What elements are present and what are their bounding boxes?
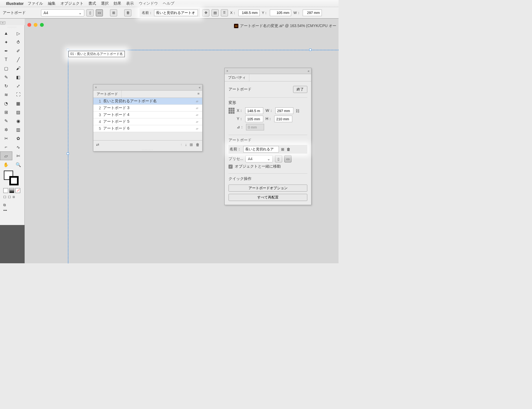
prop-h-input[interactable] xyxy=(274,116,292,122)
artboard-handle[interactable] xyxy=(309,49,311,51)
link-icon[interactable]: ⛓ xyxy=(296,109,300,113)
draw-normal-icon[interactable]: ◻ xyxy=(3,195,6,199)
app-name[interactable]: Illustrator xyxy=(6,1,24,6)
scale-tool[interactable]: ⤢ xyxy=(12,81,25,90)
artboard-row[interactable]: 4 アートボード 5 ▱ xyxy=(93,118,202,125)
anchor-tool[interactable]: ⌐ xyxy=(0,143,12,151)
move-up-icon[interactable]: ↑ xyxy=(180,142,182,147)
menu-window[interactable]: ウィンドウ xyxy=(139,1,158,6)
delete-icon[interactable]: 🗑 xyxy=(196,142,199,147)
delete-artboard-icon[interactable]: 🗑 xyxy=(287,147,290,151)
prop-y-input[interactable] xyxy=(245,116,263,122)
rotate-tool[interactable]: ↻ xyxy=(0,81,12,90)
magic-wand-tool[interactable]: ✦ xyxy=(0,38,12,46)
new-artboard-button[interactable]: ⊞ xyxy=(110,9,117,16)
gradient-tool[interactable]: ▨ xyxy=(12,108,25,116)
eraser-tool[interactable]: ◧ xyxy=(12,73,25,81)
artboard-handle[interactable] xyxy=(67,153,69,155)
menu-file[interactable]: ファイル xyxy=(28,1,43,6)
panel-header[interactable]: × « xyxy=(93,84,202,90)
menu-view[interactable]: 表示 xyxy=(126,1,134,6)
pen-tool[interactable]: ✒ xyxy=(0,46,12,55)
artboard-name-input[interactable] xyxy=(154,10,198,16)
window-close-button[interactable] xyxy=(27,23,31,27)
artboard-row[interactable]: 3 アートボード 4 ▱ xyxy=(93,112,202,118)
artboard-options-button[interactable]: アートボードオプション xyxy=(229,185,307,192)
width-tool[interactable]: ≋ xyxy=(0,90,12,99)
orientation-portrait-button[interactable]: ▯ xyxy=(275,155,282,162)
curve-tool[interactable]: ∿ xyxy=(12,143,25,151)
brush-tool[interactable]: 🖌 xyxy=(12,64,25,73)
done-button[interactable]: 終了 xyxy=(293,86,307,93)
knife-tool[interactable]: ✄ xyxy=(12,151,25,160)
close-icon[interactable]: × xyxy=(226,69,228,73)
artboard-label[interactable]: 01 - 長いと見切れるアートボード名 xyxy=(68,51,125,57)
window-minimize-button[interactable] xyxy=(34,23,37,27)
y-input[interactable] xyxy=(270,10,291,16)
more-tools-icon[interactable]: ••• xyxy=(3,208,21,212)
eyedropper-tool[interactable]: ✎ xyxy=(0,116,12,125)
w-input[interactable] xyxy=(303,10,322,16)
orientation-landscape-button[interactable]: ▭ xyxy=(284,155,291,162)
artboard-icon[interactable]: ▱ xyxy=(194,106,200,110)
menu-effect[interactable]: 効果 xyxy=(114,1,121,6)
shape-builder-tool[interactable]: ◔ xyxy=(0,99,12,108)
window-zoom-button[interactable] xyxy=(40,23,44,27)
shaper-tool[interactable]: ✎ xyxy=(0,73,12,81)
artboards-tab[interactable]: アートボード xyxy=(93,90,122,98)
move-with-artboard-button[interactable]: ✥ xyxy=(202,9,209,16)
panel-menu-icon[interactable]: ≡ xyxy=(195,90,202,98)
zoom-tool[interactable]: 🔍 xyxy=(12,160,25,169)
prop-preset-select[interactable]: A4 ⌄ xyxy=(245,155,273,162)
reference-point-button[interactable]: ⠿ xyxy=(221,9,228,16)
prop-w-input[interactable] xyxy=(275,107,293,114)
reference-point-selector[interactable] xyxy=(229,108,235,114)
pattern-tool[interactable]: ✿ xyxy=(12,134,25,143)
panel-header[interactable]: × « xyxy=(225,68,311,74)
selection-tool[interactable]: ▲ xyxy=(0,29,12,38)
move-down-icon[interactable]: ↓ xyxy=(185,142,187,147)
collapse-icon[interactable]: « xyxy=(308,69,310,73)
preset-select[interactable]: A4 ⌄ xyxy=(41,9,84,16)
mesh-tool[interactable]: ⊞ xyxy=(0,108,12,116)
delete-artboard-button[interactable]: 🗑 xyxy=(124,9,131,16)
free-transform-tool[interactable]: ⛶ xyxy=(12,90,25,99)
artboard-icon[interactable]: ▱ xyxy=(194,120,200,124)
artboard-handle[interactable] xyxy=(67,49,69,51)
canvas[interactable]: Ai アートボード名の変更.ai* @ 163.54% (CMYK/CPU オー… xyxy=(25,19,339,263)
collapse-icon[interactable]: « xyxy=(199,86,201,89)
artboard-icon[interactable]: ▱ xyxy=(194,113,200,117)
menu-object[interactable]: オブジェクト xyxy=(60,1,83,6)
type-tool[interactable]: T xyxy=(0,55,12,64)
rearrange-icon[interactable]: ⇄ xyxy=(96,142,99,147)
graph-tool[interactable]: ▥ xyxy=(12,125,25,134)
new-artboard-icon[interactable]: ⊞ xyxy=(281,147,284,151)
slice-tool[interactable]: ✂ xyxy=(0,134,12,143)
menu-help[interactable]: ヘルプ xyxy=(163,1,174,6)
properties-tab[interactable]: プロパティ xyxy=(225,74,249,81)
stroke-swatch[interactable] xyxy=(9,176,19,185)
curvature-tool[interactable]: ✐ xyxy=(12,46,25,55)
rearrange-all-button[interactable]: すべて再配置 xyxy=(229,194,307,201)
artboard-row[interactable]: 5 アートボード 6 ▱ xyxy=(93,125,202,132)
orientation-landscape-button[interactable]: ▭ xyxy=(96,9,103,16)
artboard-options-button[interactable]: ▤ xyxy=(212,9,219,16)
artboard-row[interactable]: 1 長いと見切れるアートボード名 ▱ xyxy=(93,98,202,105)
new-icon[interactable]: ⊞ xyxy=(190,142,193,147)
symbol-sprayer-tool[interactable]: ✲ xyxy=(0,125,12,134)
direct-selection-tool[interactable]: ▷ xyxy=(12,29,25,38)
perspective-tool[interactable]: ▦ xyxy=(12,99,25,108)
gradient-chip[interactable] xyxy=(9,188,14,193)
line-tool[interactable]: ╱ xyxy=(12,55,25,64)
color-chip[interactable] xyxy=(3,188,8,193)
blend-tool[interactable]: ◉ xyxy=(12,116,25,125)
expand-tab[interactable]: « xyxy=(0,21,5,25)
artboard-icon[interactable]: ▱ xyxy=(194,127,200,130)
lasso-tool[interactable]: ⥀ xyxy=(12,38,25,46)
menu-edit[interactable]: 編集 xyxy=(48,1,56,6)
none-chip[interactable]: ⟋ xyxy=(15,188,20,193)
draw-inside-icon[interactable]: ⧈ xyxy=(13,195,15,199)
close-icon[interactable]: × xyxy=(95,86,97,89)
menu-type[interactable]: 書式 xyxy=(88,1,96,6)
screen-mode-icon[interactable]: ⧉ xyxy=(3,203,21,207)
